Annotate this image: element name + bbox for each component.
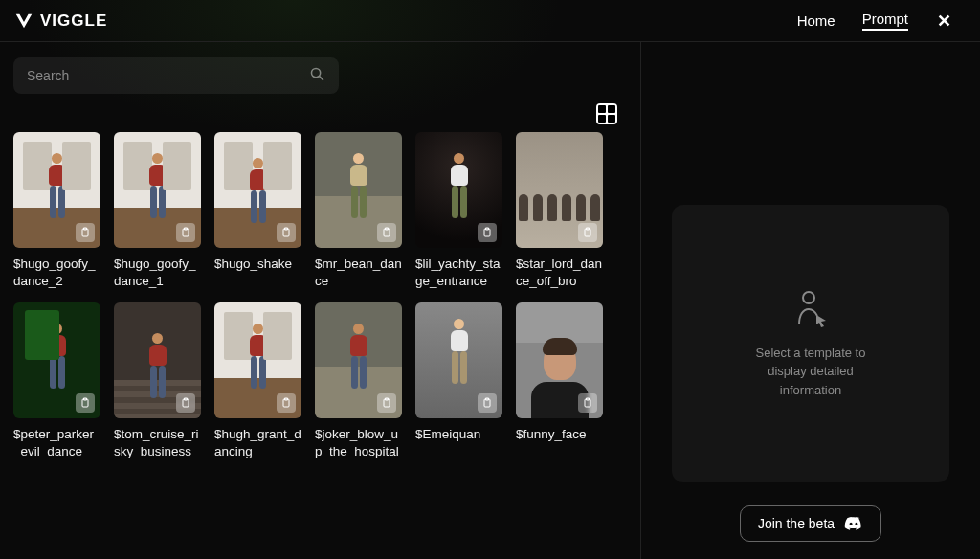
template-label: $mr_bean_dance [315, 256, 402, 289]
detail-placeholder-card: Select a template to display detailed in… [672, 205, 949, 482]
svg-point-0 [311, 68, 320, 77]
brand-v-icon [13, 11, 34, 32]
template-browser: $hugo_goofy_dance_2 $hugo_goofy_dance_1 [0, 42, 641, 559]
template-card[interactable]: $lil_yachty_stage_entrance [415, 132, 502, 289]
person-cursor-icon [791, 288, 830, 328]
copy-prompt-icon[interactable] [578, 223, 597, 242]
brand-text: VIGGLE [40, 11, 107, 31]
copy-prompt-icon[interactable] [377, 223, 396, 242]
template-card[interactable]: $tom_cruise_risky_business [114, 302, 201, 459]
detail-placeholder-text: Select a template to display detailed in… [739, 344, 882, 400]
template-card[interactable]: $joker_blow_up_the_hospital [315, 302, 402, 459]
template-label: $hugh_grant_dancing [214, 426, 301, 459]
template-card[interactable]: $peter_parker_evil_dance [13, 302, 100, 459]
template-label: $Emeiquan [415, 426, 502, 443]
grid-view-toggle[interactable] [596, 103, 617, 124]
template-card[interactable]: $star_lord_dance_off_bro [516, 132, 603, 289]
template-label: $peter_parker_evil_dance [13, 426, 100, 459]
template-thumbnail [315, 302, 402, 418]
template-label: $funny_face [516, 426, 603, 443]
svg-point-14 [803, 292, 814, 303]
template-label: $hugo_shake [214, 256, 301, 273]
svg-line-1 [320, 76, 323, 79]
copy-prompt-icon[interactable] [277, 223, 296, 242]
template-grid: $hugo_goofy_dance_2 $hugo_goofy_dance_1 [13, 132, 627, 459]
template-card[interactable]: $mr_bean_dance [315, 132, 402, 289]
template-card[interactable]: $hugo_goofy_dance_2 [13, 132, 100, 289]
copy-prompt-icon[interactable] [277, 393, 296, 413]
copy-prompt-icon[interactable] [176, 393, 195, 413]
detail-pane: Select a template to display detailed in… [641, 42, 980, 559]
join-beta-label: Join the beta [758, 516, 835, 531]
template-thumbnail [214, 302, 301, 418]
template-thumbnail [214, 132, 301, 248]
template-thumbnail [516, 132, 603, 248]
discord-icon [844, 516, 863, 531]
template-thumbnail [13, 302, 100, 418]
copy-prompt-icon[interactable] [578, 393, 597, 413]
template-thumbnail [415, 302, 502, 418]
copy-prompt-icon[interactable] [377, 393, 396, 413]
template-card[interactable]: $hugo_shake [214, 132, 301, 289]
brand-logo[interactable]: VIGGLE [13, 11, 107, 32]
nav: Home Prompt ✕ [797, 11, 953, 32]
template-label: $hugo_goofy_dance_1 [114, 256, 201, 289]
template-card[interactable]: $Emeiquan [415, 302, 502, 459]
template-thumbnail [114, 302, 201, 418]
copy-prompt-icon[interactable] [76, 393, 95, 413]
nav-prompt[interactable]: Prompt [862, 11, 908, 31]
template-thumbnail [415, 132, 502, 248]
close-icon[interactable]: ✕ [935, 11, 953, 32]
main: $hugo_goofy_dance_2 $hugo_goofy_dance_1 [0, 42, 980, 559]
template-card[interactable]: $funny_face [516, 302, 603, 459]
copy-prompt-icon[interactable] [478, 393, 497, 413]
template-thumbnail [516, 302, 603, 418]
header: VIGGLE Home Prompt ✕ [0, 0, 980, 42]
template-thumbnail [13, 132, 100, 248]
template-label: $hugo_goofy_dance_2 [13, 256, 100, 289]
search-icon[interactable] [309, 66, 325, 86]
search-wrap [13, 57, 339, 94]
template-thumbnail [315, 132, 402, 248]
copy-prompt-icon[interactable] [176, 223, 195, 242]
view-toggle-row [13, 94, 627, 124]
template-label: $star_lord_dance_off_bro [516, 256, 603, 289]
nav-home[interactable]: Home [797, 12, 835, 29]
template-label: $tom_cruise_risky_business [114, 426, 201, 459]
copy-prompt-icon[interactable] [76, 223, 95, 242]
template-thumbnail [114, 132, 201, 248]
template-card[interactable]: $hugo_goofy_dance_1 [114, 132, 201, 289]
search-input[interactable] [27, 68, 309, 83]
template-label: $lil_yachty_stage_entrance [415, 256, 502, 289]
template-card[interactable]: $hugh_grant_dancing [214, 302, 301, 459]
copy-prompt-icon[interactable] [478, 223, 497, 242]
template-label: $joker_blow_up_the_hospital [315, 426, 402, 459]
join-beta-button[interactable]: Join the beta [740, 505, 881, 542]
